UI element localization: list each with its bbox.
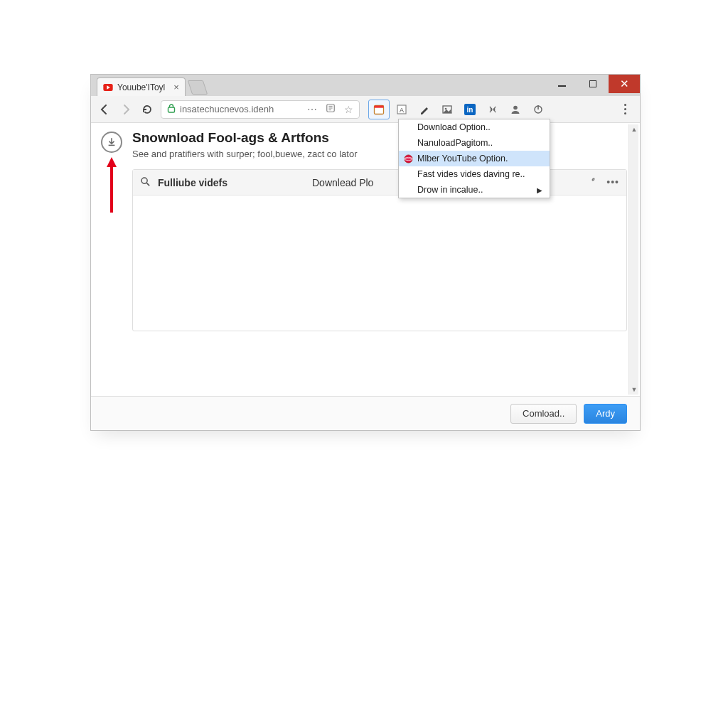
dropdown-item-label: Fast vides vides daving re.. [417, 169, 525, 179]
dropdown-item-label: Download Option.. [417, 122, 491, 132]
extension-pen-icon[interactable] [414, 100, 435, 119]
svg-rect-8 [375, 105, 384, 107]
address-bar[interactable]: insatechucnevos.idenh ⋯ ☆ [161, 100, 360, 119]
youtube-favicon-icon [103, 82, 113, 92]
svg-line-23 [146, 183, 149, 186]
svg-point-12 [445, 107, 447, 109]
left-gutter [91, 123, 132, 396]
svg-rect-2 [168, 107, 175, 112]
dropdown-item-fast-vides[interactable]: Fast vides vides daving re.. [399, 166, 550, 182]
lock-icon [167, 104, 176, 115]
svg-marker-21 [107, 157, 117, 167]
extension-picture-icon[interactable] [437, 100, 458, 119]
page-content: Snownload Fool-ags & Artfons See and pra… [91, 123, 640, 396]
dropdown-item-nanuload[interactable]: NanuloadPagitom.. [399, 135, 550, 151]
sphere-icon [402, 153, 414, 164]
list-col1-label: Fulliube videfs [158, 177, 228, 188]
dropdown-item-youtube-option[interactable]: Mlber YouTube Option. [399, 151, 550, 166]
submenu-arrow-icon: ▶ [537, 186, 542, 194]
nav-back-button[interactable] [97, 102, 112, 117]
window-close-button[interactable]: ✕ [609, 75, 640, 93]
results-listbox: Fulliube videfs Downlead Plo ••• [132, 169, 627, 331]
address-text: insatechucnevos.idenh [180, 104, 274, 114]
svg-point-22 [141, 178, 147, 183]
scroll-down-icon[interactable]: ▼ [629, 385, 639, 395]
dropdown-item-label: Drow in incalue.. [417, 185, 483, 195]
dialog-footer: Comload.. Ardy [91, 396, 640, 430]
dropdown-item-drow-incalue[interactable]: Drow in incalue.. ▶ [399, 182, 550, 198]
extension-dropdown-menu: Download Option.. NanuloadPagitom.. Mlbe… [398, 119, 550, 198]
window-maximize-button[interactable] [577, 75, 609, 93]
red-callout-arrow-icon [105, 157, 118, 215]
list-col2-label: Downlead Plo [312, 177, 412, 188]
extension-linkedin-icon[interactable]: in [459, 100, 481, 119]
window-controls: ✕ [546, 75, 640, 93]
browser-tab[interactable]: Youube'IToyl × [97, 77, 186, 96]
dropdown-item-download-option[interactable]: Download Option.. [399, 119, 550, 135]
cancel-button[interactable]: Comload.. [510, 404, 577, 424]
svg-text:A: A [400, 106, 404, 113]
list-header-row: Fulliube videfs Downlead Plo ••• [133, 170, 626, 196]
tab-close-icon[interactable]: × [173, 82, 179, 92]
address-ellipsis-icon[interactable]: ⋯ [307, 104, 317, 115]
primary-button[interactable]: Ardy [584, 404, 627, 424]
page-subtitle: See and pratifiers with surper; fool,bue… [132, 149, 627, 159]
svg-point-16 [513, 105, 518, 109]
reader-mode-icon[interactable] [326, 103, 336, 115]
page-title: Snownload Fool-ags & Artfons [132, 130, 627, 146]
vertical-scrollbar[interactable]: ▲ ▼ [628, 124, 638, 395]
settings-wrench-icon[interactable] [587, 176, 596, 188]
nav-forward-button[interactable] [118, 102, 134, 117]
window-minimize-button[interactable] [546, 75, 577, 93]
extension-person-icon[interactable] [505, 100, 526, 119]
browser-menu-button[interactable] [616, 100, 634, 119]
svg-text:in: in [467, 106, 473, 114]
new-tab-button[interactable] [188, 80, 208, 95]
extension-power-icon[interactable] [528, 100, 549, 119]
main-panel: Snownload Fool-ags & Artfons See and pra… [132, 123, 640, 396]
extension-calendar-icon[interactable] [368, 100, 390, 119]
titlebar: Youube'IToyl × ✕ [91, 75, 640, 96]
browser-window: Youube'IToyl × ✕ insatechucnevos.idenh ⋯ [90, 74, 641, 431]
bookmark-star-icon[interactable]: ☆ [344, 104, 353, 115]
download-badge-icon [101, 132, 122, 153]
browser-toolbar: insatechucnevos.idenh ⋯ ☆ A in [91, 96, 640, 123]
search-icon[interactable] [140, 176, 151, 189]
dropdown-item-label: NanuloadPagitom.. [417, 138, 493, 148]
extension-note-a-icon[interactable]: A [391, 100, 412, 119]
extension-broadcast-icon[interactable] [482, 100, 503, 119]
dropdown-item-label: Mlber YouTube Option. [417, 154, 508, 164]
extension-icon-row: A in [368, 100, 549, 119]
scroll-up-icon[interactable]: ▲ [629, 124, 639, 134]
nav-reload-button[interactable] [139, 102, 155, 117]
tab-title: Youube'IToyl [117, 82, 165, 92]
more-dots-icon[interactable]: ••• [606, 176, 619, 188]
